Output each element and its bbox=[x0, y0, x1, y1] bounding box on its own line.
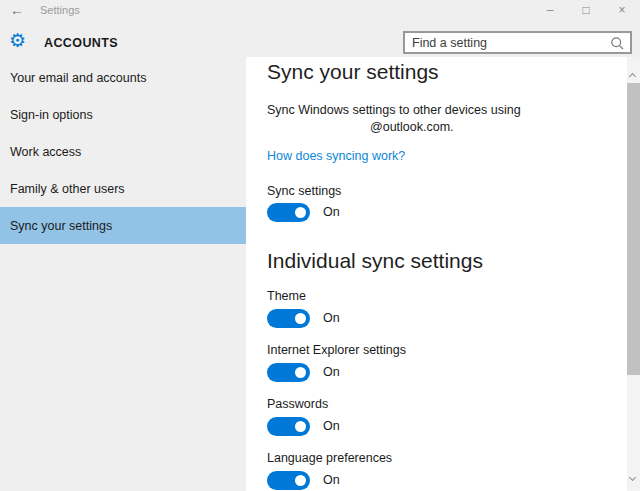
sync-settings-label: Sync settings bbox=[267, 184, 341, 198]
window-controls: – □ × bbox=[532, 0, 640, 22]
toggle-label: Internet Explorer settings bbox=[267, 343, 546, 357]
search-box[interactable] bbox=[403, 31, 632, 54]
sync-settings-toggle-row: On bbox=[267, 203, 340, 222]
how-syncing-works-link[interactable]: How does syncing work? bbox=[267, 149, 405, 163]
internet-explorer-settings-toggle[interactable] bbox=[267, 363, 310, 382]
sidebar-item-label: Work access bbox=[10, 145, 81, 159]
toggle-state-label: On bbox=[323, 363, 340, 382]
toggle-label: Passwords bbox=[267, 397, 546, 411]
maximize-button[interactable]: □ bbox=[568, 0, 604, 22]
individual-sync-heading: Individual sync settings bbox=[267, 249, 483, 273]
sync-description: Sync Windows settings to other devices u… bbox=[267, 102, 607, 136]
toggle-row: On bbox=[267, 363, 546, 382]
minimize-button[interactable]: – bbox=[532, 0, 568, 22]
sidebar-item-label: Sign-in options bbox=[10, 108, 93, 122]
toggle-group-theme: ThemeOn bbox=[246, 289, 546, 328]
toggle-state-label: On bbox=[323, 309, 340, 328]
toggle-state-label: On bbox=[323, 203, 340, 222]
passwords-toggle[interactable] bbox=[267, 417, 310, 436]
toggle-knob bbox=[295, 367, 306, 378]
toggle-knob bbox=[295, 207, 306, 218]
sidebar-item-label: Your email and accounts bbox=[10, 71, 146, 85]
gear-icon: ⚙ bbox=[9, 31, 26, 50]
content-heading: Sync your settings bbox=[267, 60, 439, 84]
scroll-down-icon[interactable] bbox=[630, 466, 635, 484]
language-preferences-toggle[interactable] bbox=[267, 471, 310, 490]
close-button[interactable]: × bbox=[604, 0, 640, 22]
sync-description-line1: Sync Windows settings to other devices u… bbox=[267, 103, 521, 117]
sidebar-item-your-email-and-accounts[interactable]: Your email and accounts bbox=[0, 59, 246, 96]
toggle-knob bbox=[295, 475, 306, 486]
back-arrow-icon[interactable]: ← bbox=[10, 2, 24, 18]
vertical-scrollbar[interactable] bbox=[627, 57, 640, 491]
sync-settings-toggle[interactable] bbox=[267, 203, 310, 222]
sidebar-item-family-other-users[interactable]: Family & other users bbox=[0, 170, 246, 207]
toggle-row: On bbox=[267, 309, 546, 328]
toggle-group-passwords: PasswordsOn bbox=[246, 397, 546, 436]
toggle-label: Language preferences bbox=[267, 451, 546, 465]
toggle-state-label: On bbox=[323, 417, 340, 436]
sidebar-item-work-access[interactable]: Work access bbox=[0, 133, 246, 170]
toggle-group-language-preferences: Language preferencesOn bbox=[246, 451, 546, 490]
settings-window: ← Settings – □ × ⚙ ACCOUNTS Your email a… bbox=[0, 0, 640, 491]
window-title: Settings bbox=[40, 4, 80, 16]
main-content: Sync your settings Sync Windows settings… bbox=[246, 57, 627, 491]
sidebar-item-sign-in-options[interactable]: Sign-in options bbox=[0, 96, 246, 133]
theme-toggle[interactable] bbox=[267, 309, 310, 328]
toggle-label: Theme bbox=[267, 289, 546, 303]
scroll-up-icon[interactable] bbox=[630, 65, 635, 83]
toggle-group-internet-explorer-settings: Internet Explorer settingsOn bbox=[246, 343, 546, 382]
search-icon bbox=[610, 36, 625, 51]
sidebar-item-label: Family & other users bbox=[10, 182, 125, 196]
toggle-row: On bbox=[267, 417, 546, 436]
search-input[interactable] bbox=[405, 33, 605, 52]
sidebar-item-label: Sync your settings bbox=[10, 219, 112, 233]
sidebar-item-sync-your-settings[interactable]: Sync your settings bbox=[0, 207, 246, 244]
sidebar-nav: Your email and accountsSign-in optionsWo… bbox=[0, 57, 246, 491]
scrollbar-thumb[interactable] bbox=[627, 83, 640, 375]
sync-description-line2: @outlook.com. bbox=[370, 119, 607, 136]
toggle-knob bbox=[295, 421, 306, 432]
page-title: ACCOUNTS bbox=[44, 36, 118, 50]
window-chrome: ← Settings – □ × ⚙ ACCOUNTS bbox=[0, 0, 640, 57]
toggle-knob bbox=[295, 313, 306, 324]
toggle-state-label: On bbox=[323, 471, 340, 490]
toggle-row: On bbox=[267, 471, 546, 490]
